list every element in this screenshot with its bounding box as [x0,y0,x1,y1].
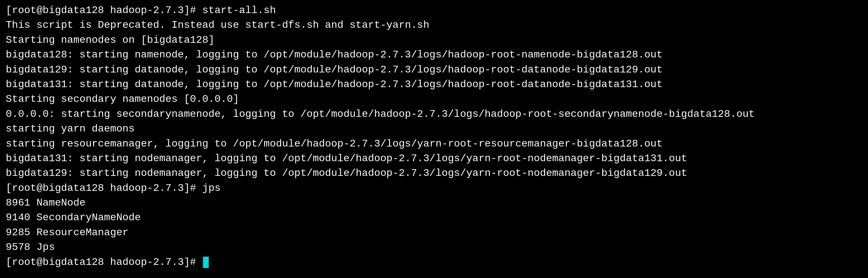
terminal-line: 0.0.0.0: starting secondarynamenode, log… [6,107,862,121]
terminal-line: bigdata129: starting datanode, logging t… [6,63,862,77]
terminal-line: Starting namenodes on [bigdata128] [6,33,862,47]
terminal-line: 8961 NameNode [6,196,862,210]
terminal-line: Starting secondary namenodes [0.0.0.0] [6,92,862,107]
terminal-line: bigdata129: starting nodemanager, loggin… [6,166,862,181]
terminal-line: 9578 Jps [6,240,862,255]
terminal-line: [root@bigdata128 hadoop-2.7.3]# start-al… [6,3,862,18]
terminal-line: bigdata131: starting nodemanager, loggin… [6,151,862,166]
terminal-line: 9140 SecondaryNameNode [6,210,862,225]
terminal-line: starting resourcemanager, logging to /op… [6,137,862,151]
terminal-line: starting yarn daemons [6,121,862,136]
terminal-line: [root@bigdata128 hadoop-2.7.3]# jps [6,181,862,196]
terminal-line: [root@bigdata128 hadoop-2.7.3]# [6,255,862,270]
terminal-line: This script is Deprecated. Instead use s… [6,18,862,33]
terminal-line: bigdata131: starting datanode, logging t… [6,77,862,92]
terminal-cursor [203,256,209,268]
terminal-line: bigdata128: starting namenode, logging t… [6,47,862,62]
terminal-window[interactable]: [root@bigdata128 hadoop-2.7.3]# start-al… [6,3,862,270]
terminal-line: 9285 ResourceManager [6,225,862,240]
